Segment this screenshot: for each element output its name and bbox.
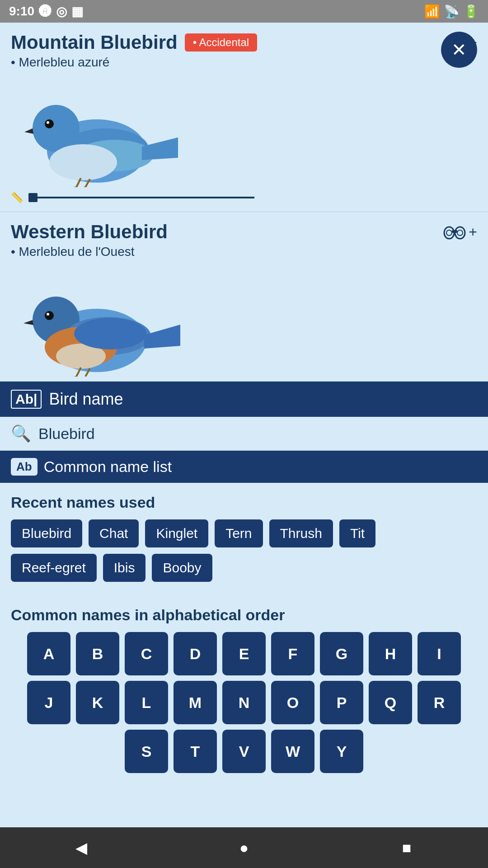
alpha-row-1: JKLMNOPQR (11, 681, 477, 724)
status-time: 9:10 (9, 4, 34, 19)
svg-point-19 (444, 227, 454, 239)
search-magnifier-icon: 🔍 (11, 424, 31, 443)
navigation-bar: ◀ ● ■ (0, 827, 488, 868)
alpha-key-a[interactable]: A (27, 632, 70, 675)
alpha-grid: ABCDEFGHIJKLMNOPQRSTVWY (11, 632, 477, 773)
recent-chip-reef-egret[interactable]: Reef-egret (11, 554, 97, 582)
svg-point-7 (45, 119, 54, 128)
ab-badge-icon: Ab (11, 458, 38, 476)
svg-marker-33 (144, 325, 180, 349)
nav-recent-button[interactable]: ■ (389, 830, 425, 866)
recent-chip-tit[interactable]: Tit (339, 519, 375, 547)
alpha-key-m[interactable]: M (174, 681, 217, 724)
recent-chip-thrush[interactable]: Thrush (269, 519, 333, 547)
wifi-icon: 📶 (424, 4, 440, 19)
recent-chips-row-2: Reef-egretIbisBooby (11, 554, 477, 582)
bird-image-mountain (11, 74, 477, 187)
size-bar-mountain: 📏 (11, 192, 477, 203)
western-bluebird-svg (11, 268, 192, 377)
alpha-key-r[interactable]: R (418, 681, 461, 724)
alpha-row-0: ABCDEFGHI (11, 632, 477, 675)
recent-chip-booby[interactable]: Booby (152, 554, 212, 582)
search-input-row: 🔍 (0, 417, 488, 451)
alpha-key-k[interactable]: K (76, 681, 119, 724)
recent-chip-chat[interactable]: Chat (89, 519, 139, 547)
mountain-bluebird-svg (11, 79, 192, 187)
svg-point-13 (49, 144, 117, 180)
alpha-key-v[interactable]: V (222, 730, 266, 773)
bird-subtitle-western: • Merlebleu de l'Ouest (11, 245, 477, 259)
alpha-key-o[interactable]: O (271, 681, 314, 724)
svg-point-8 (47, 121, 49, 124)
alpha-key-h[interactable]: H (369, 632, 412, 675)
alpha-row-2: STVWY (11, 730, 477, 773)
bird-entry-mountain-bluebird: Mountain Bluebird • Accidental + • Merle… (0, 23, 488, 212)
svg-marker-28 (23, 320, 33, 325)
svg-point-32 (74, 318, 146, 349)
alpha-key-l[interactable]: L (125, 681, 168, 724)
size-handle-mountain (28, 193, 38, 202)
recent-chip-kinglet[interactable]: Kinglet (145, 519, 208, 547)
alphabet-section: Common names in alphabetical order ABCDE… (0, 595, 488, 773)
status-bar: 9:10 🅐 ◎ ▦ 📶 📡 🔋 (0, 0, 488, 23)
recent-chip-tern[interactable]: Tern (215, 519, 263, 547)
alpha-key-w[interactable]: W (271, 730, 314, 773)
recent-names-section: Recent names used BluebirdChatKingletTer… (0, 483, 488, 595)
alpha-key-i[interactable]: I (418, 632, 461, 675)
svg-point-26 (45, 311, 54, 320)
search-header: Ab| Bird name (0, 382, 488, 417)
ab-cursor-icon: Ab| (11, 390, 42, 409)
recent-chip-bluebird[interactable]: Bluebird (11, 519, 82, 547)
battery-icon: 🔋 (463, 4, 479, 19)
nav-home-button[interactable]: ● (226, 830, 262, 866)
recent-chips-row-1: BluebirdChatKingletTernThrushTit (11, 519, 477, 547)
signal-icon: 📡 (444, 4, 460, 19)
alpha-key-c[interactable]: C (125, 632, 168, 675)
alpha-key-n[interactable]: N (222, 681, 266, 724)
status-icon-circle: ◎ (56, 4, 67, 19)
bird-subtitle-mountain: • Merlebleu azuré (11, 55, 477, 70)
binoculars-btn-western[interactable]: + (443, 224, 477, 241)
nav-back-button[interactable]: ◀ (63, 830, 99, 866)
alpha-key-q[interactable]: Q (369, 681, 412, 724)
alpha-key-e[interactable]: E (222, 632, 266, 675)
alpha-key-t[interactable]: T (174, 730, 217, 773)
alpha-key-d[interactable]: D (174, 632, 217, 675)
bird-header-western: Western Bluebird + (11, 221, 477, 243)
alpha-key-j[interactable]: J (27, 681, 70, 724)
bird-name-western[interactable]: Western Bluebird (11, 221, 168, 243)
size-ruler-icon: 📏 (11, 192, 23, 203)
accidental-badge: • Accidental (185, 33, 257, 52)
bird-image-western (11, 264, 477, 377)
common-name-list-label: Common name list (44, 458, 172, 476)
status-icon-a: 🅐 (39, 4, 52, 19)
scroll-area: Mountain Bluebird • Accidental + • Merle… (0, 23, 488, 827)
search-input[interactable] (38, 425, 477, 443)
svg-marker-12 (142, 137, 178, 160)
recent-chip-ibis[interactable]: Ibis (103, 554, 146, 582)
svg-marker-9 (24, 128, 33, 134)
svg-point-23 (457, 230, 463, 236)
svg-point-20 (455, 227, 465, 239)
search-header-label: Bird name (49, 390, 123, 409)
alpha-key-b[interactable]: B (76, 632, 119, 675)
recent-names-title: Recent names used (11, 494, 477, 511)
status-icon-grid: ▦ (71, 4, 83, 19)
bird-name-mountain[interactable]: Mountain Bluebird (11, 32, 178, 53)
close-button[interactable]: ✕ (441, 32, 477, 68)
alpha-key-s[interactable]: S (125, 730, 168, 773)
bird-entry-western-bluebird: Western Bluebird + • Merlebleu de l'Oues… (0, 212, 488, 382)
binoculars-plus-western: + (469, 224, 477, 241)
alpha-key-g[interactable]: G (320, 632, 363, 675)
bird-header-mountain: Mountain Bluebird • Accidental + (11, 32, 477, 53)
svg-rect-21 (452, 230, 457, 233)
svg-point-22 (446, 230, 452, 236)
alpha-key-p[interactable]: P (320, 681, 363, 724)
status-bar-right: 📶 📡 🔋 (424, 4, 479, 19)
alpha-title: Common names in alphabetical order (11, 606, 477, 624)
size-track-mountain (28, 197, 254, 198)
alpha-key-f[interactable]: F (271, 632, 314, 675)
binoculars-icon-western (443, 224, 466, 240)
alpha-key-y[interactable]: Y (320, 730, 363, 773)
common-name-list-header: Ab Common name list (0, 451, 488, 483)
